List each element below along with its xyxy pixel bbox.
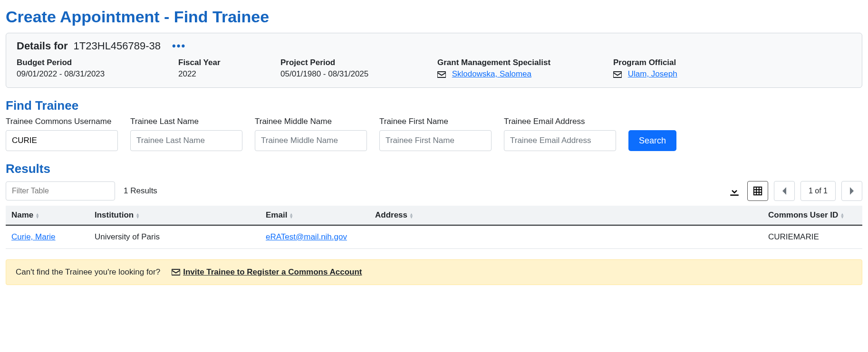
download-icon[interactable] (727, 184, 742, 198)
email-input[interactable] (504, 130, 616, 151)
cell-institution: University of Paris (89, 225, 260, 249)
fiscal-year-label: Fiscal Year (178, 58, 280, 67)
po-label: Program Official (613, 58, 851, 67)
email-label: Trainee Email Address (504, 117, 616, 126)
username-label: Trainee Commons Username (6, 117, 118, 126)
grant-number: 1T23HL456789-38 (74, 40, 161, 52)
invite-trainee-link[interactable]: Invite Trainee to Register a Commons Acc… (172, 267, 362, 277)
details-panel: Details for 1T23HL456789-38 ••• Budget P… (6, 33, 862, 88)
next-page-button[interactable] (841, 181, 862, 201)
firstname-input[interactable] (379, 130, 492, 151)
budget-period-value: 09/01/2022 - 08/31/2023 (17, 69, 178, 79)
sort-icon: ▲▼ (35, 213, 39, 219)
details-label: Details for (17, 40, 68, 52)
col-commons-id[interactable]: Commons User ID▲▼ (762, 206, 862, 225)
search-button[interactable]: Search (628, 130, 676, 151)
col-name[interactable]: Name▲▼ (6, 206, 89, 225)
table-row: Curie, Marie University of Paris eRATest… (6, 225, 862, 249)
firstname-label: Trainee First Name (379, 117, 492, 126)
page-title: Create Appointment - Find Trainee (6, 8, 862, 26)
project-period-label: Project Period (280, 58, 437, 67)
middlename-input[interactable] (255, 130, 367, 151)
cell-commons-id: CURIEMARIE (762, 225, 862, 249)
results-heading: Results (6, 162, 862, 176)
grid-view-button[interactable] (747, 181, 768, 201)
search-form: Trainee Commons Username Trainee Last Na… (6, 117, 862, 151)
find-trainee-heading: Find Trainee (6, 98, 862, 113)
username-input[interactable] (6, 130, 118, 151)
gms-link[interactable]: Sklodowska, Salomea (452, 69, 531, 78)
filter-table-input[interactable] (6, 181, 115, 200)
trainee-email-link[interactable]: eRATest@mail.nih.gov (266, 232, 347, 241)
lastname-label: Trainee Last Name (130, 117, 242, 126)
col-institution[interactable]: Institution▲▼ (89, 206, 260, 225)
col-email[interactable]: Email▲▼ (260, 206, 369, 225)
budget-period-label: Budget Period (17, 58, 178, 67)
envelope-icon (613, 71, 622, 78)
results-table: Name▲▼ Institution▲▼ Email▲▼ Address▲▼ C… (6, 206, 862, 249)
middlename-label: Trainee Middle Name (255, 117, 367, 126)
project-period-value: 05/01/1980 - 08/31/2025 (280, 69, 437, 79)
trainee-name-link[interactable]: Curie, Marie (11, 232, 56, 241)
page-indicator: 1 of 1 (800, 181, 836, 201)
gms-label: Grant Management Specialist (437, 58, 613, 67)
po-link[interactable]: Ulam, Joseph (628, 69, 677, 78)
prev-page-button[interactable] (774, 181, 795, 201)
results-count: 1 Results (124, 186, 157, 196)
sort-icon: ▲▼ (289, 213, 293, 219)
envelope-icon (437, 71, 446, 78)
lastname-input[interactable] (130, 130, 242, 151)
col-address[interactable]: Address▲▼ (369, 206, 762, 225)
alert-question: Can't find the Trainee you're looking fo… (16, 267, 160, 277)
more-actions-button[interactable]: ••• (172, 41, 186, 51)
fiscal-year-value: 2022 (178, 69, 280, 79)
envelope-icon (172, 269, 180, 276)
cell-address (369, 225, 762, 249)
invite-alert: Can't find the Trainee you're looking fo… (6, 259, 862, 285)
sort-icon: ▲▼ (840, 213, 844, 219)
sort-icon: ▲▼ (409, 213, 414, 219)
sort-icon: ▲▼ (135, 213, 140, 219)
